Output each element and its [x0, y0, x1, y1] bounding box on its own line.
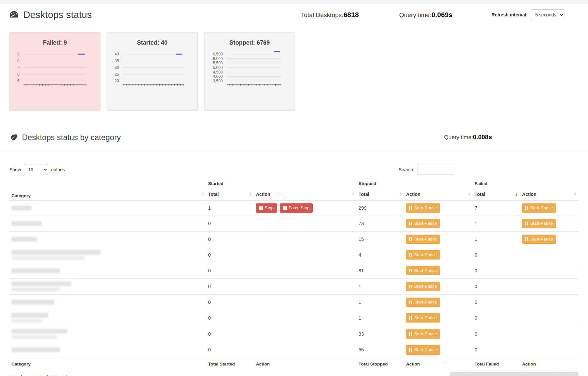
page-14-button[interactable]: 14 — [550, 375, 555, 376]
start-pause-button[interactable]: Start-Pause — [406, 329, 440, 339]
total-desktops-label: Total Desktops: — [301, 11, 343, 18]
pause-icon — [409, 222, 412, 225]
start-pause-button[interactable]: Start-Pause — [406, 282, 440, 291]
force-stop-button[interactable]: Force Stop — [280, 203, 313, 213]
pause-icon — [409, 253, 412, 257]
column-header-failed-total[interactable]: Total ▲▼ — [473, 188, 520, 200]
stopped-total-cell: 15 — [357, 231, 404, 247]
stop-icon — [283, 206, 287, 210]
svg-text:25: 25 — [114, 72, 119, 77]
failed-card-title: Failed: 9 — [10, 39, 100, 46]
table-controls: Show 10 entries Search: — [10, 164, 578, 175]
refresh-interval-select[interactable]: 5 seconds — [531, 9, 564, 20]
failed-total-cell: 0 — [473, 310, 520, 326]
group-header-started: Started — [206, 180, 357, 188]
page-header: Desktops status Total Desktops:6818 Quer… — [0, 4, 588, 25]
start-pause-button[interactable]: Start-Pause — [406, 266, 440, 275]
failed-sparkline-chart: 98765 — [14, 49, 96, 90]
start-pause-button[interactable]: Start-Pause — [406, 250, 440, 260]
svg-text:35: 35 — [114, 59, 119, 63]
started-actions-cell — [254, 216, 357, 231]
started-total-cell: 0 — [206, 231, 254, 247]
page-next-button[interactable]: Next — [563, 375, 573, 376]
dashboard-gauge-icon — [9, 10, 19, 20]
stop-button[interactable]: Stop — [256, 203, 277, 213]
page-1-button[interactable]: 1 — [482, 375, 485, 376]
sort-icon-stopped-total: ▲▼ — [399, 192, 402, 197]
started-actions-cell — [254, 295, 357, 310]
svg-text:7: 7 — [17, 65, 19, 70]
page-ellipsis: … — [537, 375, 542, 376]
refresh-interval-label: Refresh interval: — [492, 12, 528, 17]
start-pause-button[interactable]: Start-Pause — [406, 313, 440, 323]
page-3-button[interactable]: 3 — [504, 375, 507, 376]
stop-icon — [259, 206, 263, 210]
category-cell-redacted — [10, 231, 206, 247]
start-pause-button[interactable]: Start-Pause — [522, 235, 556, 244]
page-4-button[interactable]: 4 — [515, 375, 518, 376]
group-header-stopped: Stopped — [357, 180, 473, 188]
table-row: 01Start-Pause0 — [10, 295, 578, 310]
stopped-status-card: Stopped: 6769 6,5006,0005,5005,0004,5004… — [204, 32, 295, 110]
started-sparkline-chart: 4035302520 — [111, 49, 193, 90]
column-header-failed-action[interactable]: Action ▲▼ — [520, 188, 578, 200]
start-pause-button[interactable]: Start-Pause — [406, 345, 440, 354]
category-cell-redacted — [10, 200, 206, 216]
table-row: 073Start-Pause1Start-Pause — [10, 216, 578, 231]
start-pause-button[interactable]: Start-Pause — [406, 219, 440, 228]
category-cell-redacted — [10, 263, 206, 278]
svg-text:6,000: 6,000 — [213, 56, 223, 61]
stopped-card-title: Stopped: 6769 — [205, 39, 295, 46]
failed-actions-cell: Start-Pause — [520, 200, 578, 216]
table-row: 081Start-Pause0 — [10, 263, 578, 278]
category-cell-redacted — [10, 342, 206, 358]
stopped-actions-cell: Start-Pause — [404, 231, 473, 247]
pause-icon — [409, 285, 412, 288]
column-header-started-action[interactable]: Action ▲▼ — [254, 188, 357, 200]
pause-icon — [409, 206, 412, 210]
start-pause-button[interactable]: Start-Pause — [522, 203, 556, 213]
started-total-cell: 0 — [206, 310, 254, 326]
start-pause-button[interactable]: Start-Pause — [406, 203, 440, 213]
failed-total-cell: 0 — [473, 279, 520, 295]
svg-text:5,000: 5,000 — [213, 65, 223, 70]
stopped-actions-cell: Start-Pause — [404, 216, 473, 231]
column-header-stopped-action[interactable]: Action ▲▼ — [404, 188, 473, 200]
svg-text:3,500: 3,500 — [213, 79, 223, 83]
failed-actions-cell — [520, 326, 578, 342]
stopped-total-cell: 1 — [357, 310, 404, 326]
column-header-started-total[interactable]: Total ▲▼ — [206, 188, 254, 200]
failed-actions-cell — [520, 295, 578, 310]
failed-actions-cell — [520, 279, 578, 295]
stopped-actions-cell: Start-Pause — [404, 310, 473, 326]
pause-icon — [409, 332, 412, 336]
page-2-button[interactable]: 2 — [493, 375, 496, 376]
column-header-category[interactable]: Category ▲▼ — [10, 180, 206, 200]
svg-text:8: 8 — [17, 59, 19, 63]
started-total-cell: 1 — [206, 200, 254, 216]
stopped-total-cell: 55 — [357, 342, 404, 358]
stopped-actions-cell: Start-Pause — [404, 263, 473, 278]
search-input[interactable] — [418, 164, 454, 175]
column-header-stopped-total[interactable]: Total ▲▼ — [357, 188, 404, 200]
start-pause-button[interactable]: Start-Pause — [406, 235, 440, 244]
footer-action-failed: Action — [520, 358, 578, 370]
failed-actions-cell — [520, 342, 578, 358]
stopped-total-cell: 33 — [357, 326, 404, 342]
stopped-total-cell: 73 — [357, 216, 404, 231]
started-total-cell: 0 — [206, 326, 254, 342]
svg-text:20: 20 — [114, 79, 119, 83]
start-pause-button[interactable]: Start-Pause — [406, 298, 440, 307]
table-row: 04Start-Pause0 — [10, 247, 578, 263]
svg-text:6,500: 6,500 — [213, 52, 223, 56]
page-5-button[interactable]: 5 — [526, 375, 528, 376]
svg-text:30: 30 — [114, 65, 119, 70]
start-pause-button[interactable]: Start-Pause — [522, 219, 556, 228]
failed-total-cell: 0 — [473, 247, 520, 263]
page-previous-button[interactable]: Previous — [456, 375, 474, 376]
stopped-actions-cell: Start-Pause — [404, 200, 473, 216]
page-length-select[interactable]: 10 — [24, 164, 48, 175]
pause-icon — [525, 206, 528, 210]
footer-action-started: Action — [254, 358, 357, 370]
started-card-title: Started: 40 — [107, 39, 197, 46]
